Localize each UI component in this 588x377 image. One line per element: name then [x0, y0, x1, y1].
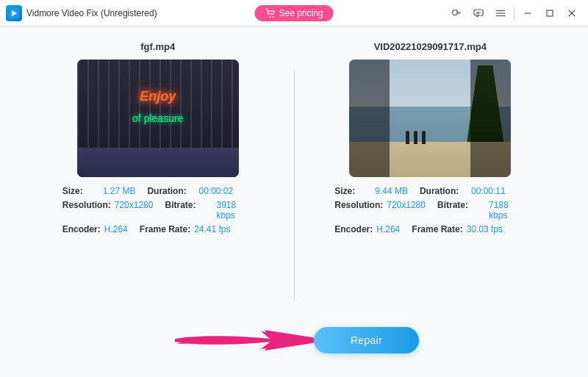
left-meta-row-3: Encoder: H.264 Frame Rate: 24.41 fps [62, 224, 254, 234]
chat-button[interactable] [468, 3, 489, 24]
left-meta-row-2: Resolution: 720x1280 Bitrate: 3918 kbps [62, 200, 254, 220]
left-encoder-value: H.264 [104, 224, 128, 234]
svg-point-1 [269, 16, 270, 18]
left-framerate-label: Frame Rate: [140, 224, 190, 234]
figure-2 [414, 131, 417, 144]
left-size-value: 1.27 MB [103, 186, 136, 196]
svg-point-2 [272, 16, 273, 18]
app-title: Vidmore Video Fix (Unregistered) [26, 8, 157, 18]
key-icon [451, 8, 462, 18]
right-bitrate-group: Bitrate: 7188 kbps [437, 200, 526, 220]
left-resolution-value: 720x1280 [115, 200, 154, 210]
left-duration-value: 00:00:02 [198, 186, 233, 196]
title-bar: Vidmore Video Fix (Unregistered) See pri… [0, 0, 588, 26]
left-thumbnail: Enjoy of pleasure [77, 60, 239, 177]
right-framerate-value: 30.03 fps [467, 224, 503, 234]
menu-icon [495, 8, 506, 18]
neon-text2: of pleasure [132, 112, 183, 124]
thumb-dark-overlay-left [349, 60, 390, 177]
videos-area: fgf.mp4 Enjoy of pleasure Size: 1.27 MB … [0, 26, 588, 316]
left-size-group: Size: 1.27 MB [62, 186, 136, 196]
left-video-meta: Size: 1.27 MB Duration: 00:00:02 Resolut… [62, 186, 254, 238]
right-meta-row-2: Resolution: 720x1280 Bitrate: 7188 kbps [334, 200, 526, 220]
right-framerate-label: Frame Rate: [412, 224, 462, 234]
minimize-icon [523, 9, 532, 18]
right-framerate-group: Frame Rate: 30.03 fps [412, 224, 503, 234]
right-video-panel: VID20221029091717.mp4 [295, 41, 567, 309]
thumb-dark-overlay-right [470, 60, 511, 177]
maximize-icon [545, 9, 554, 18]
right-duration-value: 00:00:11 [471, 186, 506, 196]
left-video-panel: fgf.mp4 Enjoy of pleasure Size: 1.27 MB … [22, 41, 294, 309]
left-duration-group: Duration: 00:00:02 [147, 186, 233, 196]
right-size-group: Size: 9.44 MB [334, 186, 408, 196]
title-bar-right [446, 3, 582, 24]
cart-icon [265, 8, 275, 18]
right-duration-group: Duration: 00:00:11 [420, 186, 506, 196]
main-content: fgf.mp4 Enjoy of pleasure Size: 1.27 MB … [0, 26, 588, 377]
figure-3 [422, 131, 426, 144]
right-size-label: Size: [334, 186, 371, 196]
minimize-button[interactable] [517, 3, 538, 24]
repair-button[interactable]: Repair [314, 327, 419, 353]
left-meta-row-1: Size: 1.27 MB Duration: 00:00:02 [62, 186, 254, 196]
right-thumb-inner [349, 60, 511, 177]
right-bitrate-label: Bitrate: [437, 200, 485, 210]
right-resolution-label: Resolution: [334, 200, 383, 210]
arrow-graphic [169, 318, 338, 362]
left-resolution-label: Resolution: [62, 200, 111, 210]
left-encoder-label: Encoder: [62, 224, 101, 234]
right-filename: VID20221029091717.mp4 [374, 41, 487, 52]
beach-figures [406, 131, 426, 144]
left-framerate-group: Frame Rate: 24.41 fps [140, 224, 231, 234]
title-bar-left: Vidmore Video Fix (Unregistered) [6, 5, 157, 21]
title-bar-center: See pricing [254, 5, 333, 21]
left-bitrate-value: 3918 kbps [216, 200, 253, 220]
title-separator [514, 7, 514, 19]
close-icon [567, 9, 576, 18]
right-meta-row-3: Encoder: H.264 Frame Rate: 30.03 fps [334, 224, 526, 234]
left-bitrate-group: Bitrate: 3918 kbps [165, 200, 253, 220]
right-encoder-value: H.264 [376, 224, 400, 234]
app-logo [6, 5, 22, 21]
right-resolution-group: Resolution: 720x1280 [334, 200, 426, 220]
key-button[interactable] [446, 3, 467, 24]
left-filename: fgf.mp4 [140, 41, 175, 52]
right-meta-row-1: Size: 9.44 MB Duration: 00:00:11 [334, 186, 526, 196]
right-thumbnail [349, 60, 511, 177]
right-encoder-label: Encoder: [334, 224, 373, 234]
left-bitrate-label: Bitrate: [165, 200, 212, 210]
left-size-label: Size: [62, 186, 99, 196]
svg-rect-11 [547, 10, 553, 16]
right-video-meta: Size: 9.44 MB Duration: 00:00:11 Resolut… [334, 186, 526, 238]
sofa-area [77, 148, 239, 177]
right-duration-label: Duration: [420, 186, 467, 196]
neon-text: Enjoy [140, 89, 176, 104]
maximize-button[interactable] [539, 3, 560, 24]
arrow-repair-container: Repair [169, 316, 419, 364]
close-button[interactable] [562, 3, 582, 24]
left-framerate-value: 24.41 fps [194, 224, 230, 234]
chat-icon [473, 8, 484, 18]
menu-button[interactable] [490, 3, 511, 24]
left-thumb-inner: Enjoy of pleasure [77, 60, 239, 177]
left-resolution-group: Resolution: 720x1280 [62, 200, 154, 220]
right-encoder-group: Encoder: H.264 [334, 224, 400, 234]
left-encoder-group: Encoder: H.264 [62, 224, 128, 234]
left-duration-label: Duration: [147, 186, 195, 196]
right-bitrate-value: 7188 kbps [489, 200, 526, 220]
see-pricing-button[interactable]: See pricing [254, 5, 333, 21]
figure-1 [406, 131, 409, 144]
right-resolution-value: 720x1280 [387, 200, 426, 210]
bottom-area: Repair [0, 316, 588, 377]
right-size-value: 9.44 MB [375, 186, 408, 196]
